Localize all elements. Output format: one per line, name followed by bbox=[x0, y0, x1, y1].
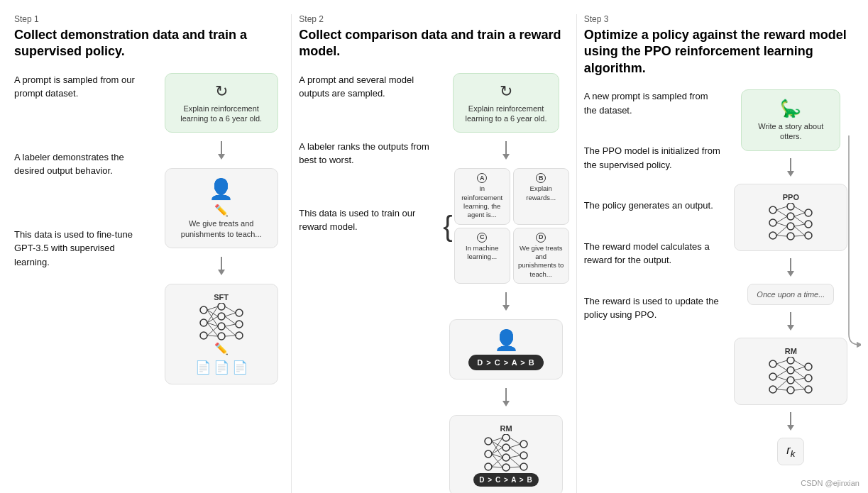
step2-arrow1 bbox=[502, 141, 510, 160]
svg-line-67 bbox=[794, 213, 805, 216]
step3-desc4: The reward model calculates a reward for… bbox=[584, 240, 723, 267]
svg-point-7 bbox=[236, 309, 243, 316]
svg-line-13 bbox=[207, 306, 218, 323]
step3-prompt-card: 🦕 Write a story about otters. bbox=[741, 89, 840, 151]
svg-point-72 bbox=[769, 360, 776, 367]
svg-point-54 bbox=[787, 213, 794, 220]
letter-a: A bbox=[477, 173, 487, 183]
output-d-text: We give treats and punishments to teach.… bbox=[517, 244, 565, 279]
svg-line-46 bbox=[510, 448, 520, 455]
svg-point-75 bbox=[787, 357, 794, 364]
svg-line-21 bbox=[225, 316, 236, 324]
svg-line-88 bbox=[794, 360, 805, 367]
svg-point-79 bbox=[805, 363, 812, 370]
refresh-icon: ↻ bbox=[215, 82, 228, 101]
step3-label: Step 3 bbox=[584, 14, 854, 24]
doc-icon2: 📄 bbox=[214, 360, 229, 375]
rm-neural-net bbox=[481, 434, 531, 473]
ranking-badge2: D > C > A > B bbox=[473, 473, 538, 487]
letter-c: C bbox=[477, 233, 487, 243]
svg-point-58 bbox=[805, 221, 812, 228]
svg-point-32 bbox=[520, 441, 527, 448]
svg-point-52 bbox=[769, 232, 776, 239]
step1-title: Collect demonstration data and train a s… bbox=[14, 27, 284, 60]
step1-labeler-text: We give treats and punishments to teach.… bbox=[174, 218, 269, 239]
step2-desc3: This data is used to train our reward mo… bbox=[299, 206, 437, 234]
watermark: CSDN @ejinxian bbox=[801, 479, 859, 487]
svg-point-1 bbox=[200, 319, 207, 326]
step3-arrow2 bbox=[787, 258, 794, 277]
output-c: C In machine learning... bbox=[454, 228, 510, 284]
svg-point-33 bbox=[520, 452, 527, 459]
svg-line-39 bbox=[492, 448, 502, 454]
svg-point-77 bbox=[787, 377, 794, 384]
svg-point-80 bbox=[805, 375, 812, 382]
rm-neural-net2 bbox=[766, 357, 815, 396]
step2-outputs-bracket: { A In reinforcement learning, the agent… bbox=[443, 168, 568, 284]
svg-line-66 bbox=[794, 206, 805, 213]
sft-label: SFT bbox=[214, 293, 229, 301]
step2-prompt-text: Explain reinforcement learning to a 6 ye… bbox=[462, 104, 550, 124]
svg-point-29 bbox=[502, 444, 510, 451]
svg-line-60 bbox=[776, 206, 787, 210]
svg-line-87 bbox=[776, 389, 787, 390]
step3-rm-card: RM bbox=[734, 338, 847, 405]
svg-point-34 bbox=[520, 463, 527, 470]
svg-point-30 bbox=[502, 454, 510, 461]
step3-diagram: 🦕 Write a story about otters. PPO bbox=[728, 89, 854, 465]
svg-point-59 bbox=[805, 232, 812, 239]
svg-line-24 bbox=[225, 336, 236, 336]
step3-arrow3 bbox=[787, 312, 794, 331]
svg-line-93 bbox=[794, 389, 805, 390]
svg-point-28 bbox=[502, 434, 510, 441]
svg-line-85 bbox=[776, 377, 787, 380]
step2-desc2: A labeler ranks the outputs from best to… bbox=[299, 140, 437, 167]
ppo-label: PPO bbox=[783, 193, 799, 201]
svg-line-70 bbox=[794, 226, 805, 236]
step2-labeler-card: 👤 D > C > A > B bbox=[449, 319, 563, 380]
step3-desc2: The PPO model is initialized from the su… bbox=[584, 144, 723, 172]
svg-line-38 bbox=[492, 438, 502, 454]
svg-line-44 bbox=[510, 438, 520, 444]
step1-model-card: SFT bbox=[165, 284, 278, 384]
svg-line-86 bbox=[776, 380, 787, 389]
step1-content: A prompt is sampled from our prompt data… bbox=[14, 73, 284, 384]
ppo-neural-net bbox=[766, 203, 815, 242]
svg-line-61 bbox=[776, 210, 787, 216]
step2-arrow2 bbox=[502, 292, 510, 311]
svg-point-55 bbox=[787, 223, 794, 230]
letter-d: D bbox=[536, 233, 546, 243]
svg-line-49 bbox=[510, 467, 520, 467]
doc-icon3: 📄 bbox=[232, 360, 248, 375]
svg-point-9 bbox=[236, 332, 243, 339]
svg-line-10 bbox=[207, 306, 218, 310]
step1-prompt-text: Explain reinforcement learning to a 6 ye… bbox=[174, 104, 269, 124]
svg-line-83 bbox=[776, 364, 787, 370]
reward-badge: rk bbox=[777, 438, 804, 465]
svg-line-68 bbox=[794, 216, 805, 224]
step2-title: Collect comparison data and train a rewa… bbox=[299, 27, 568, 60]
svg-point-26 bbox=[485, 450, 492, 458]
output-b: B Explain rewards... bbox=[513, 168, 569, 224]
step2-arrow3 bbox=[502, 388, 510, 406]
svg-line-84 bbox=[776, 370, 787, 377]
svg-point-0 bbox=[200, 306, 207, 314]
step3-ppo-card: PPO bbox=[734, 184, 847, 251]
svg-line-35 bbox=[492, 438, 502, 441]
step1-desc2: A labeler demonstrates the desired outpu… bbox=[14, 150, 153, 178]
svg-line-37 bbox=[492, 441, 502, 458]
svg-point-8 bbox=[236, 321, 243, 328]
step3-text-side: A new prompt is sampled from the dataset… bbox=[584, 89, 723, 322]
svg-line-23 bbox=[225, 326, 236, 336]
step1-text-side: A prompt is sampled from our prompt data… bbox=[14, 73, 153, 270]
step1-prompt-card: ↻ Explain reinforcement learning to a 6 … bbox=[165, 73, 278, 133]
step2-content: A prompt and several model outputs are s… bbox=[299, 73, 568, 493]
svg-point-57 bbox=[805, 209, 812, 216]
step3-column: Step 3 Optimize a policy against the rew… bbox=[577, 14, 861, 493]
step1-desc1: A prompt is sampled from our prompt data… bbox=[14, 73, 153, 101]
svg-line-22 bbox=[225, 324, 236, 326]
step2-column: Step 2 Collect comparison data and train… bbox=[292, 14, 576, 493]
svg-point-31 bbox=[502, 464, 510, 471]
svg-line-20 bbox=[225, 313, 236, 316]
step3-title: Optimize a policy against the reward mod… bbox=[584, 27, 854, 77]
